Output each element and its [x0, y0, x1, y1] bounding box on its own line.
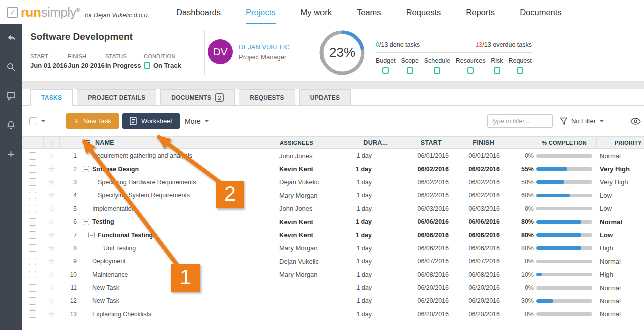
health-checkbox-icon[interactable]	[407, 67, 413, 74]
tab-requests[interactable]: REQUESTS	[239, 89, 295, 106]
task-name-cell[interactable]: Specifying System Requirements	[81, 192, 266, 199]
sort-icon[interactable]	[83, 140, 90, 146]
tab-tasks[interactable]: TASKS	[30, 89, 73, 106]
row-checkbox[interactable]	[29, 258, 36, 265]
task-name-cell[interactable]: Softwae Design	[81, 166, 266, 173]
star-icon[interactable]: ☆	[43, 270, 59, 279]
header-cell-name[interactable]: NAME	[81, 139, 266, 146]
star-icon[interactable]: ☆	[43, 191, 59, 200]
header-cell-priority[interactable]: PRIORITY	[596, 138, 644, 147]
row-checkbox[interactable]	[29, 297, 36, 305]
filter-input[interactable]	[487, 114, 553, 128]
worksheet-button[interactable]: Worksheet	[122, 113, 180, 129]
table-row: ☆9DeploymentDejan Vukelic1 day06/07/2016…	[22, 255, 644, 268]
health-checkbox-icon[interactable]	[517, 67, 523, 74]
header-cell-finish[interactable]: FINISH	[456, 138, 506, 147]
collapse-icon[interactable]	[83, 166, 89, 172]
task-name-cell[interactable]: Explaining Checklists	[81, 311, 266, 318]
back-icon[interactable]	[6, 33, 16, 43]
task-name-cell[interactable]: Testing	[81, 218, 266, 225]
search-icon[interactable]	[6, 62, 16, 72]
star-icon[interactable]: ☆	[43, 244, 59, 253]
row-checkbox[interactable]	[29, 165, 36, 173]
task-name-cell[interactable]: New Task	[81, 297, 266, 304]
star-icon[interactable]: ☆	[43, 151, 59, 160]
nav-item-reports[interactable]: Reports	[466, 0, 495, 24]
star-icon[interactable]: ☆	[43, 231, 59, 240]
project-title: Software Development	[30, 31, 133, 42]
task-name-cell[interactable]: Specifying Hardware Requirements	[81, 179, 266, 186]
funnel-icon[interactable]	[560, 117, 568, 125]
star-icon[interactable]: ☆	[43, 257, 59, 266]
progress-bar	[536, 299, 592, 303]
tab-updates[interactable]: UPDATES	[299, 89, 351, 106]
duration-cell: 1 day	[353, 152, 400, 159]
manager-name-link[interactable]: DEJAN VUKELIC	[239, 43, 290, 51]
health-checkbox-icon[interactable]	[494, 67, 500, 74]
chevron-down-icon[interactable]	[599, 120, 604, 122]
collapse-icon[interactable]	[88, 232, 95, 238]
chat-icon[interactable]	[6, 91, 16, 101]
nav-item-dashboards[interactable]: Dashboards	[176, 0, 221, 24]
tab-documents[interactable]: DOCUMENTS2	[160, 89, 235, 106]
completion-percent: 50%	[517, 179, 534, 186]
row-checkbox[interactable]	[29, 178, 36, 186]
star-icon[interactable]: ☆	[43, 165, 59, 174]
header-cell-dura[interactable]: DURA...	[353, 138, 400, 147]
star-icon[interactable]: ☆	[43, 283, 59, 292]
task-name-cell[interactable]: Implementation	[81, 205, 266, 212]
assignee-cell: Mary Morgan	[266, 192, 353, 199]
row-checkbox[interactable]	[29, 271, 36, 278]
task-name: Deployment	[92, 258, 126, 265]
row-checkbox[interactable]	[29, 218, 36, 226]
nav-item-teams[interactable]: Teams	[357, 0, 381, 24]
header-cell-start[interactable]: START	[400, 138, 456, 147]
star-icon[interactable]: ☆	[43, 178, 59, 187]
select-all-checkbox[interactable]	[29, 117, 37, 125]
new-task-button[interactable]: + New Task	[66, 113, 119, 129]
condition-checkbox-icon[interactable]	[144, 62, 150, 69]
bell-icon[interactable]	[6, 120, 16, 130]
row-checkbox[interactable]	[29, 152, 36, 160]
nav-item-my-work[interactable]: My work	[301, 0, 332, 24]
nav-item-requests[interactable]: Requests	[406, 0, 441, 24]
more-button[interactable]: More	[185, 117, 209, 125]
task-name-cell[interactable]: Deployment	[81, 258, 266, 265]
priority-cell: Normal	[596, 284, 644, 292]
progress-bar	[536, 246, 592, 250]
star-icon[interactable]: ☆	[43, 204, 59, 213]
plus-icon[interactable]: +	[6, 149, 16, 159]
star-icon[interactable]: ☆	[43, 296, 59, 305]
task-name-cell[interactable]: Unit Testing	[81, 245, 266, 252]
row-checkbox[interactable]	[29, 284, 36, 292]
task-name-cell[interactable]: Maintenance	[81, 271, 266, 278]
avatar[interactable]: DV	[208, 39, 233, 64]
health-checkbox-icon[interactable]	[467, 67, 474, 74]
tab-project-details[interactable]: PROJECT DETAILS	[77, 89, 156, 106]
completion-cell: 80%	[506, 218, 596, 225]
task-name-cell[interactable]: New Task	[81, 284, 266, 291]
task-name-cell[interactable]: Functional Testing	[81, 232, 266, 239]
nav-item-projects[interactable]: Projects	[246, 0, 276, 24]
health-label: Request	[508, 57, 532, 64]
eye-icon[interactable]	[630, 118, 641, 125]
health-checkbox-icon[interactable]	[382, 67, 389, 74]
header-star-icon[interactable]: ☆	[43, 138, 59, 147]
row-checkbox[interactable]	[29, 244, 36, 252]
task-name-cell[interactable]: Requirement gathering and analysis	[81, 152, 266, 159]
health-checkbox-icon[interactable]	[434, 67, 440, 74]
header-cell-completion[interactable]: % COMPLETION	[506, 138, 596, 147]
collapse-icon[interactable]	[83, 219, 89, 225]
nav-item-documents[interactable]: Documents	[520, 0, 561, 24]
header-cell-assignees[interactable]: ASSIGNEES	[266, 138, 353, 147]
row-checkbox[interactable]	[29, 205, 36, 212]
row-checkbox[interactable]	[29, 192, 36, 199]
start-date-cell: 06/06/2016	[400, 218, 456, 225]
row-checkbox[interactable]	[29, 310, 36, 318]
select-caret-icon[interactable]	[41, 120, 46, 122]
star-icon[interactable]: ☆	[43, 217, 59, 226]
row-checkbox-cell	[22, 192, 43, 199]
filter-dropdown[interactable]: No Filter	[571, 117, 596, 125]
star-icon[interactable]: ☆	[43, 310, 59, 319]
row-checkbox[interactable]	[29, 231, 36, 239]
